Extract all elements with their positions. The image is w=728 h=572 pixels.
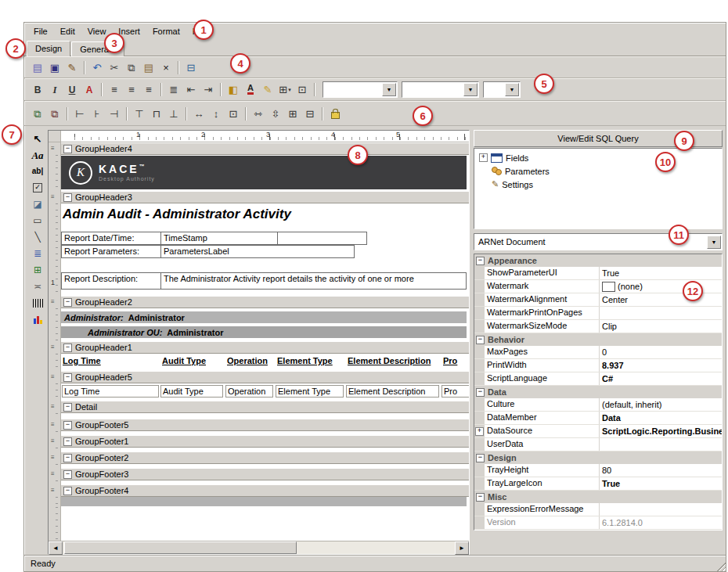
- info-label[interactable]: Report Description:: [61, 272, 161, 290]
- property-row-watermarksizemode[interactable]: WatermarkSizeModeClip: [474, 320, 722, 333]
- property-row-showparameterui[interactable]: ShowParameterUITrue: [474, 267, 722, 280]
- column-fields-band[interactable]: Log TimeAudit TypeOperationElement TypeE…: [61, 383, 469, 401]
- subreport-tool[interactable]: ⊞: [30, 263, 46, 277]
- band-header-groupheader1[interactable]: − GroupHeader1: [61, 341, 469, 354]
- lock-button[interactable]: [326, 106, 344, 121]
- align-tops-button[interactable]: ⊤: [131, 106, 148, 121]
- property-value[interactable]: ScriptLogic.Reporting.Busine: [600, 425, 722, 437]
- collapse-icon[interactable]: −: [476, 493, 485, 502]
- tree-item-parameters[interactable]: Parameters: [476, 164, 720, 178]
- same-width-button[interactable]: ↔: [190, 106, 207, 121]
- report-title-label[interactable]: Admin Audit - Administrator Activity: [63, 207, 291, 222]
- collapse-icon[interactable]: −: [476, 454, 485, 462]
- column-header[interactable]: Log Time: [63, 356, 101, 365]
- property-value[interactable]: True: [600, 477, 722, 490]
- field-textbox[interactable]: Log Time: [62, 385, 159, 398]
- fill-color-button[interactable]: ◧: [225, 82, 242, 98]
- collapse-icon[interactable]: −: [63, 344, 72, 352]
- band-header-groupfooter1[interactable]: − GroupFooter1: [61, 435, 469, 448]
- property-category-design[interactable]: −Design: [474, 451, 722, 464]
- pagebreak-tool[interactable]: ≍: [30, 279, 46, 293]
- tree-item-settings[interactable]: ✎Settings: [476, 178, 720, 191]
- band-canvas-groupfooter2[interactable]: [61, 464, 469, 468]
- decrease-indent-button[interactable]: ⇤: [182, 82, 200, 98]
- property-row-userdata[interactable]: UserData: [474, 438, 722, 451]
- band-header-groupheader5[interactable]: − GroupHeader5: [61, 371, 469, 383]
- expand-icon[interactable]: +: [475, 427, 484, 436]
- cut-button[interactable]: ✂: [106, 59, 123, 75]
- property-row-culture[interactable]: Culture(default, inherit): [474, 398, 722, 412]
- align-left-button[interactable]: ≡: [106, 82, 123, 98]
- tab-design[interactable]: Design: [27, 41, 70, 56]
- info-label[interactable]: Report Date/Time:: [61, 232, 161, 245]
- collapse-icon[interactable]: −: [63, 470, 72, 479]
- menu-item-edit[interactable]: Edit: [54, 24, 81, 38]
- increase-indent-button[interactable]: ⇥: [200, 82, 217, 98]
- dropdown-arrow-icon[interactable]: ▼: [707, 236, 721, 249]
- collapse-icon[interactable]: −: [63, 403, 72, 412]
- band-header-groupheader3[interactable]: − GroupHeader3: [61, 191, 469, 203]
- band-canvas-groupfooter1[interactable]: [61, 448, 469, 451]
- collapse-icon[interactable]: −: [63, 298, 72, 307]
- property-value[interactable]: (default, inherit): [600, 398, 722, 411]
- administrator-ou-band[interactable]: Administrator OU: Administrator: [61, 326, 467, 338]
- property-row-traylargeicon[interactable]: TrayLargeIconTrue: [474, 477, 722, 491]
- column-header[interactable]: Operation: [227, 356, 268, 365]
- property-category-data[interactable]: −Data: [474, 386, 722, 398]
- richtext-tool[interactable]: ≣: [30, 246, 46, 261]
- property-value[interactable]: 80: [600, 464, 722, 477]
- zoom-combo[interactable]: ▼: [483, 81, 521, 98]
- same-height-button[interactable]: ↕: [207, 106, 225, 121]
- italic-button[interactable]: I: [46, 82, 63, 98]
- band-canvas-groupheader4[interactable]: K KACE™ Desktop Authority: [61, 155, 469, 191]
- property-row-datamember[interactable]: DataMemberData: [474, 412, 722, 425]
- band-header-groupfooter2[interactable]: − GroupFooter2: [61, 451, 469, 464]
- property-value[interactable]: 6.1.2814.0: [600, 516, 722, 529]
- scroll-left-button[interactable]: ◄: [49, 541, 63, 555]
- space-down-button[interactable]: ⇳: [267, 106, 284, 121]
- checkbox-tool[interactable]: ✓: [30, 181, 46, 195]
- collapse-icon[interactable]: −: [63, 454, 72, 462]
- administrator-band[interactable]: Administrator: Administrator: [61, 311, 467, 323]
- center-vertical-button[interactable]: ⊟: [301, 106, 319, 121]
- label-tool[interactable]: Aa: [30, 148, 46, 162]
- font-size-combo[interactable]: ▼: [402, 81, 479, 98]
- center-horizontal-button[interactable]: ⊞: [284, 106, 301, 121]
- band-canvas-groupheader2[interactable]: Administrator: Administrator Administrat…: [61, 308, 469, 341]
- expand-icon[interactable]: +: [479, 153, 488, 162]
- collapse-icon[interactable]: −: [476, 388, 485, 397]
- band-header-groupfooter3[interactable]: − GroupFooter3: [61, 468, 469, 480]
- align-center-button[interactable]: ≡: [123, 82, 140, 98]
- bring-to-front-button[interactable]: ⧉: [29, 106, 46, 121]
- property-row-datasource[interactable]: +DataSourceScriptLogic.Reporting.Busine: [474, 425, 722, 438]
- property-value[interactable]: True: [600, 267, 722, 279]
- property-value[interactable]: [600, 503, 722, 516]
- band-header-groupfooter5[interactable]: − GroupFooter5: [61, 419, 469, 431]
- property-row-version[interactable]: Version6.1.2814.0: [474, 516, 722, 530]
- font-name-combo[interactable]: ▼: [323, 81, 398, 98]
- column-header[interactable]: Element Type: [277, 356, 333, 365]
- field-textbox[interactable]: Element Description: [346, 385, 439, 398]
- scroll-right-button[interactable]: ►: [455, 541, 469, 555]
- property-row-scriptlanguage[interactable]: ScriptLanguageC#: [474, 372, 722, 386]
- info-value-textbox[interactable]: The Administrator Activity report detail…: [160, 272, 467, 290]
- tree-item-fields[interactable]: +Fields: [476, 151, 720, 164]
- column-headers-band[interactable]: Log TimeAudit TypeOperationElement TypeE…: [61, 354, 469, 371]
- textbox-tool[interactable]: ab|: [30, 164, 46, 178]
- band-canvas-detail[interactable]: [61, 413, 469, 419]
- band-header-groupheader4[interactable]: − GroupHeader4: [61, 142, 469, 155]
- property-value[interactable]: Clip: [600, 320, 722, 333]
- collapse-icon[interactable]: −: [476, 257, 485, 265]
- font-color-button[interactable]: A: [242, 82, 259, 98]
- info-empty-cell[interactable]: [277, 232, 367, 245]
- property-value[interactable]: 0: [600, 346, 722, 358]
- property-category-behavior[interactable]: −Behavior: [474, 333, 722, 346]
- band-header-groupfooter4[interactable]: − GroupFooter4: [61, 484, 469, 497]
- resize-grip-icon[interactable]: [715, 560, 726, 571]
- dropdown-arrow-icon[interactable]: ▼: [505, 83, 519, 96]
- collapse-icon[interactable]: −: [63, 437, 72, 446]
- field-textbox[interactable]: Pro: [441, 385, 469, 398]
- kace-banner[interactable]: K KACE™ Desktop Authority: [61, 156, 467, 189]
- band-header-groupheader2[interactable]: − GroupHeader2: [61, 296, 469, 308]
- horizontal-scrollbar[interactable]: ◄ ►: [49, 541, 469, 554]
